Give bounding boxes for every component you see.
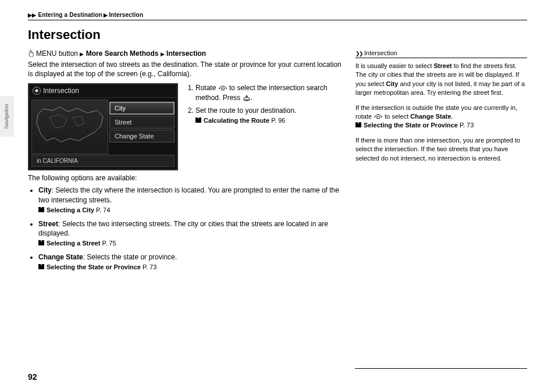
option-street: Street: Selects the two intersecting str… xyxy=(38,219,345,248)
chevron-right-icon: ▶▶ xyxy=(28,12,36,18)
chevron-right-icon: ▶ xyxy=(104,12,108,18)
book-icon xyxy=(195,117,201,123)
option-city: City: Selects the city where the interse… xyxy=(38,186,345,214)
chevron-right-icon: ▶ xyxy=(80,51,84,57)
menu-path-end: Intersection xyxy=(166,49,206,58)
svg-point-0 xyxy=(221,88,225,90)
nav-screenshot: Intersection City Street Change State in… xyxy=(28,83,178,170)
option-change-state: Change State: Selects the state or provi… xyxy=(38,252,345,272)
press-button-icon xyxy=(243,94,251,102)
step-2: Set the route to your destination. Calcu… xyxy=(195,106,345,125)
cross-ref: Selecting a Street P. 75 xyxy=(38,239,345,248)
map-preview xyxy=(31,99,108,154)
screen-title: Intersection xyxy=(43,87,79,95)
page-title: Intersection xyxy=(28,27,527,42)
instruction-steps: Rotate to select the intersection search… xyxy=(185,83,345,170)
rotate-dial-icon xyxy=(218,84,227,91)
book-icon xyxy=(38,264,44,269)
breadcrumb: ▶▶ Entering a Destination▶Intersection xyxy=(28,12,527,18)
hand-icon xyxy=(28,49,34,57)
sidebar-title: Intersection xyxy=(364,49,397,56)
menu-path-prefix: MENU button xyxy=(36,49,78,58)
menu-path-mid: More Search Methods xyxy=(86,49,159,58)
menu-path: MENU button ▶ More Search Methods ▶ Inte… xyxy=(28,49,345,58)
cross-ref: Selecting a City P. 74 xyxy=(38,206,345,215)
options-intro: The following options are available: xyxy=(28,174,345,182)
book-icon xyxy=(38,240,44,245)
rotate-dial-icon xyxy=(373,113,383,120)
gps-icon xyxy=(33,87,41,95)
intro-text: Select the intersection of two streets a… xyxy=(28,60,345,79)
cross-ref: Calculating the Route P. 96 xyxy=(195,116,345,125)
breadcrumb-item: Entering a Destination xyxy=(38,12,102,18)
screen-menu-city: City xyxy=(109,102,175,115)
divider xyxy=(355,368,527,369)
svg-point-2 xyxy=(244,97,250,99)
step-1: Rotate to select the intersection search… xyxy=(195,83,345,102)
svg-point-3 xyxy=(376,116,380,119)
screen-menu-street: Street xyxy=(109,116,175,129)
page-number: 92 xyxy=(28,372,37,382)
book-icon xyxy=(38,207,44,212)
double-chevron-icon: ❯❯ xyxy=(355,51,362,56)
screen-state-bar: in CALIFORNIA xyxy=(31,155,175,167)
sidebar-header: ❯❯Intersection xyxy=(355,49,527,58)
book-icon xyxy=(355,122,361,127)
cross-ref: Selecting the State or Province P. 73 xyxy=(38,263,345,272)
sidebar-body: It is usually easier to select Street to… xyxy=(355,62,527,163)
cross-ref: Selecting the State or Province P. 73 xyxy=(355,122,474,129)
screen-menu-change-state: Change State xyxy=(109,130,175,142)
breadcrumb-item: Intersection xyxy=(109,12,143,18)
chevron-right-icon: ▶ xyxy=(161,51,165,57)
